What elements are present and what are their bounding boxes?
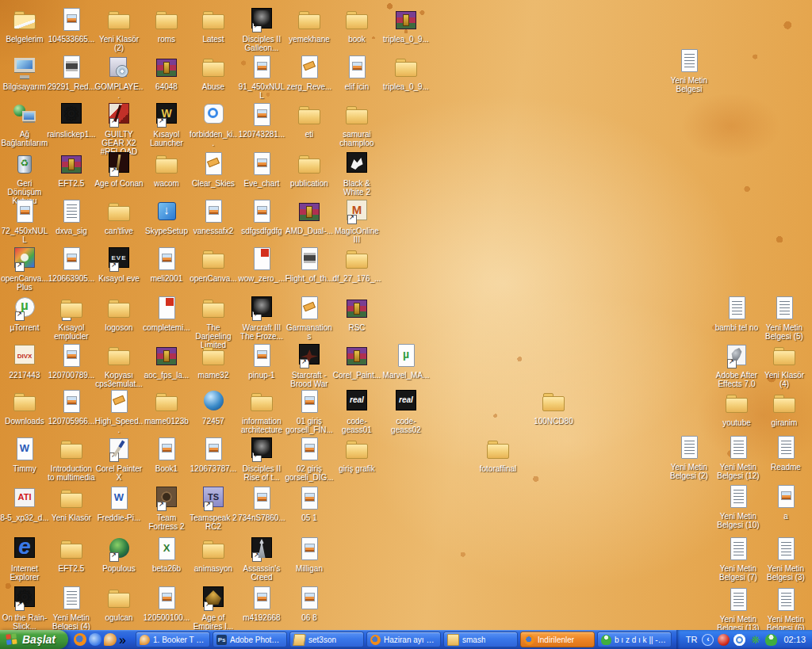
desktop-icon[interactable]: wow_zero_... <box>237 246 286 283</box>
desktop-icon[interactable]: Yeni Metin Belgesi (7) <box>714 536 763 582</box>
desktop-icon[interactable]: Yeni Metin Belgesi (6) <box>761 586 810 632</box>
desktop-icon[interactable]: zerg_Reve... <box>285 54 334 91</box>
desktop-icon[interactable]: Latest <box>189 6 238 44</box>
desktop-icon[interactable]: Yeni Metin Belgesi (12) <box>714 434 763 480</box>
desktop-icon[interactable]: triplea_0_9... <box>381 54 431 91</box>
desktop-icon[interactable]: MagicOnline III <box>332 198 381 244</box>
desktop-icon[interactable]: Ağ Bağlantılarım <box>0 101 49 147</box>
clock[interactable]: 02:13 <box>783 635 806 644</box>
desktop-icon[interactable]: Flight_of_th... <box>285 246 334 283</box>
desktop-icon[interactable]: beta26b <box>142 536 191 573</box>
desktop-icon[interactable]: youtube <box>712 390 761 427</box>
taskbar-button[interactable]: smash <box>443 632 518 647</box>
desktop-icon[interactable]: giriş grafik <box>332 436 381 473</box>
desktop-icon[interactable]: Yeni Klasör (4) <box>760 342 809 388</box>
desktop-icon[interactable]: 91_450xNULL <box>237 54 286 100</box>
desktop-icon[interactable]: GOMPLAYE... <box>94 54 144 100</box>
desktop-icon[interactable]: Marvel_MA... <box>381 342 431 380</box>
desktop-icon[interactable]: AMD_Dual-... <box>285 198 334 235</box>
desktop-icon[interactable]: samurai champloo <box>332 101 381 147</box>
desktop-icon[interactable]: Yeni Klasör <box>47 485 96 522</box>
desktop-icon[interactable]: ogulcan <box>94 585 144 622</box>
desktop-icon[interactable]: Downloads <box>0 388 49 426</box>
desktop-icon[interactable]: Yeni Metin Belgesi (10) <box>714 483 763 529</box>
desktop-icon[interactable]: Kısayol emplucler <box>47 295 96 341</box>
desktop-icon[interactable]: meli2001 <box>142 246 191 283</box>
desktop-icon[interactable]: RSC <box>332 295 381 332</box>
desktop-icon[interactable]: book <box>332 6 381 44</box>
desktop-icon[interactable]: Timmy <box>0 436 49 473</box>
desktop-icon[interactable]: Introduction to multimedia <box>47 436 96 482</box>
desktop-icon[interactable]: roms <box>142 6 191 44</box>
taskbar-button[interactable]: 1. Booker T an... <box>136 632 210 647</box>
desktop-icon[interactable]: High_Speed... <box>94 388 144 434</box>
desktop-icon[interactable]: Kopyası cps3emulat... <box>94 342 144 388</box>
desktop-icon[interactable]: 120500100... <box>142 585 191 622</box>
desktop-icon[interactable]: 72_450xNULL <box>0 198 49 244</box>
desktop-icon[interactable]: Team Fortress 2 <box>142 485 191 531</box>
desktop-icon[interactable]: 120673787... <box>189 436 238 473</box>
desktop-icon[interactable]: aoc_fps_la... <box>142 342 191 380</box>
desktop-icon[interactable]: giranim <box>760 390 809 427</box>
desktop-icon[interactable]: Yeni Metin Belgesi (2) <box>665 434 714 480</box>
desktop-icon[interactable]: Kısayol Launcher <box>142 101 191 147</box>
desktop[interactable]: Belgelerim104533665...Yeni Klasör (2)rom… <box>0 0 812 630</box>
desktop-icon[interactable]: 734nS7860... <box>237 485 286 522</box>
green-flower-icon[interactable] <box>749 634 761 646</box>
taskbar-button[interactable]: b ı z d ı k || - C... <box>597 632 672 647</box>
msn-buddy-icon[interactable] <box>765 634 777 646</box>
desktop-icon[interactable]: Teamspeak 2 RC2 <box>189 485 238 531</box>
desktop-icon[interactable]: dxva_sig <box>47 198 96 235</box>
desktop-icon[interactable]: Garmanations <box>285 295 334 341</box>
desktop-icon[interactable]: Readme <box>761 434 810 471</box>
desktop-icon[interactable]: Corel Painter X <box>94 436 144 482</box>
desktop-icon[interactable]: 2217443 <box>0 342 49 380</box>
desktop-icon[interactable]: GUILTY GEAR X2 #RELOAD <box>94 101 144 156</box>
desktop-icon[interactable]: a <box>761 483 810 521</box>
desktop-icon[interactable]: pinup-1 <box>237 342 286 380</box>
desktop-icon[interactable]: 120705966... <box>47 388 96 426</box>
desktop-icon[interactable]: Disciples II Galleon... <box>237 6 286 52</box>
desktop-icon[interactable]: 64048 <box>142 54 191 91</box>
desktop-icon[interactable]: Yeni Metin Belgesi <box>665 48 714 94</box>
desktop-icon[interactable]: Black & White 2 <box>332 151 381 197</box>
desktop-icon[interactable]: yemekhane <box>285 6 334 44</box>
desktop-icon[interactable]: vanessafx2 <box>189 198 238 235</box>
desktop-icon[interactable]: openCanva... Plus <box>0 246 49 292</box>
language-indicator[interactable]: TR <box>686 635 698 644</box>
desktop-icon[interactable]: 104533665... <box>47 6 96 44</box>
desktop-icon[interactable]: Yeni Klasör (2) <box>94 6 144 52</box>
desktop-icon[interactable]: Internet Explorer <box>0 536 49 582</box>
desktop-icon[interactable]: code-geass01 <box>332 388 381 434</box>
desktop-icon[interactable]: µTorrent <box>0 295 49 332</box>
firefox-icon[interactable] <box>74 633 86 646</box>
desktop-icon[interactable]: Belgelerim <box>0 6 49 44</box>
desktop-icon[interactable]: Populous <box>94 536 144 573</box>
desktop-icon[interactable]: 120743281... <box>237 101 286 139</box>
desktop-icon[interactable]: 29291_Red... <box>47 54 96 91</box>
desktop-icon[interactable]: 120663905... <box>47 246 96 283</box>
taskbar-button[interactable]: set3son <box>289 632 364 647</box>
ie-icon[interactable] <box>89 633 102 646</box>
taskbar-button[interactable]: Haziran ayı ma... <box>366 632 441 647</box>
desktop-icon[interactable]: triplea_0_9... <box>381 6 431 44</box>
desktop-icon[interactable]: 120700789... <box>47 342 96 380</box>
desktop-icon[interactable]: SkypeSetup <box>142 198 191 235</box>
desktop-icon[interactable]: Eve_chart <box>237 151 286 188</box>
desktop-icon[interactable]: EFT2.5 <box>47 536 96 573</box>
desktop-icon[interactable]: can'tlive <box>94 198 144 235</box>
desktop-icon[interactable]: 06 8 <box>285 585 334 622</box>
overflow-chevron[interactable]: » <box>119 633 132 646</box>
desktop-icon[interactable]: Adobe After Effects 7.0 <box>712 342 761 388</box>
desktop-icon[interactable]: sdfgsdfgdfg <box>237 198 286 235</box>
desktop-icon[interactable]: Yeni Metin Belgesi (4) <box>47 585 96 631</box>
desktop-icon[interactable]: code-geass02 <box>381 388 431 434</box>
desktop-icon[interactable]: elif icin <box>332 54 381 91</box>
desktop-icon[interactable]: Freddie-Pi... <box>94 485 144 522</box>
ring-app-icon[interactable] <box>733 634 745 646</box>
desktop-icon[interactable]: Book1 <box>142 436 191 473</box>
desktop-icon[interactable]: Clear_Skies <box>189 151 238 188</box>
desktop-icon[interactable]: information architecture <box>237 388 286 434</box>
desktop-icon[interactable]: df_27_176_... <box>332 246 381 283</box>
desktop-icon[interactable]: Corel_Paint... <box>332 342 381 380</box>
